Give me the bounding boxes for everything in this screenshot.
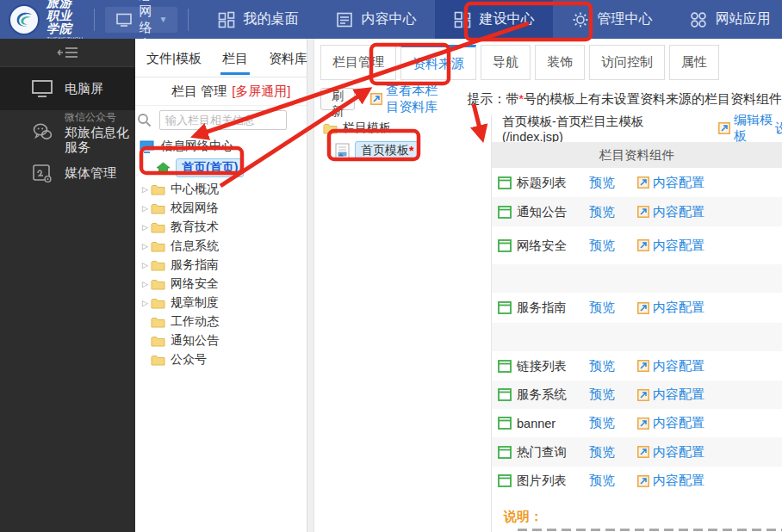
expand-arrow-icon[interactable]: ▷ [140,242,151,251]
folder-icon [151,297,165,310]
clipped-text-line [518,529,782,531]
expand-arrow-icon[interactable]: ▷ [140,185,151,194]
template-node-home[interactable]: 首页模板* [314,138,491,164]
tab-data-source[interactable]: 资料来源 [400,45,476,80]
tree-node-folder[interactable]: ▷服务指南 [135,256,307,275]
component-widget-icon [498,301,512,314]
preview-link[interactable]: 预览 [589,415,615,431]
tree-node-root[interactable]: 信息网络中心 [135,137,307,156]
tree-node-folder[interactable]: ▷网络安全 [135,275,307,294]
tab-column-manage[interactable]: 栏目管理 [320,45,396,80]
tab-access-control[interactable]: 访问控制 [589,45,665,80]
menu-item-content-center[interactable]: 内容中心 [317,0,435,39]
tree-node-folder[interactable]: ▷教育技术 [135,218,307,237]
component-name: 热门查询 [517,444,570,461]
required-star: * [409,144,413,158]
preview-link[interactable]: 预览 [589,444,615,461]
preview-link[interactable]: 预览 [589,473,615,489]
sidebar-item-pc-screen[interactable]: 电脑屏 [0,67,135,110]
clipped-edge-link[interactable]: 设 [775,121,782,137]
preview-link[interactable]: 预览 [589,238,615,254]
template-node-label: 首页模板 [361,143,409,158]
gear-icon [572,11,589,28]
site-select-dropdown[interactable]: 信息网络中心 ▼ [105,7,178,33]
tree-node-folder[interactable]: ▷规章制度 [135,294,307,312]
template-tree-root[interactable]: 栏目模板 [314,119,491,138]
view-library-link[interactable]: 查看本栏目资料库 [370,83,448,115]
content-config-link[interactable]: 内容配置 [637,444,704,461]
panel-divider[interactable] [307,39,314,532]
tree-node-folder[interactable]: 公众号 [135,350,307,369]
preview-link[interactable]: 预览 [589,175,615,191]
config-link-icon [637,360,649,372]
folder-icon [151,202,165,215]
menu-item-build-center[interactable]: 建设中心 [435,0,553,39]
tab-columns[interactable]: 栏目 [222,39,248,77]
tab-material-library[interactable]: 资料库 [269,39,307,77]
note-label: 说明： [504,509,782,525]
content-config-link[interactable]: 内容配置 [637,238,704,254]
sidebar-item-media-manage[interactable]: 媒体管理 [0,153,135,193]
data-source-content: 首页模板-首页栏目主模板(/index.jsp) 编辑模板 设 栏目资料组件 标… [491,114,782,532]
tree-node-label: 公众号 [171,352,207,368]
component-widget-icon [498,239,512,252]
content-config-link[interactable]: 内容配置 [637,358,704,374]
expand-arrow-icon[interactable]: ▷ [140,280,151,288]
component-widget-icon [498,474,512,487]
preview-link[interactable]: 预览 [589,204,615,220]
content-config-link[interactable]: 内容配置 [637,300,704,316]
column-search-input[interactable] [159,110,287,130]
folder-icon [151,335,165,348]
tab-decoration[interactable]: 装饰 [535,45,585,80]
expand-arrow-icon[interactable]: ▷ [140,261,151,269]
wechat-icon [31,121,53,143]
tree-node-folder[interactable]: ▷信息系统 [135,237,307,256]
component-row: 通知公告 预览 内容配置 [492,197,782,226]
edit-template-link[interactable]: 编辑模板 [718,114,782,142]
config-link-icon [637,446,649,458]
tree-node-home[interactable]: 首页(首页) [135,156,307,180]
sidebar-item-label: 媒体管理 [65,165,116,182]
tab-files-templates[interactable]: 文件|模板 [146,39,202,77]
component-row: banner 预览 内容配置 [492,409,782,437]
column-tree-panel: 文件|模板 栏目 资料库 栏目 管理 [多屏通用] 信息网络中心 [135,39,307,532]
tree-node-folder[interactable]: 工作动态 [135,312,307,331]
preview-link[interactable]: 预览 [589,300,615,316]
sidebar-collapse-button[interactable] [0,39,135,67]
component-row: 服务指南 预览 内容配置 [492,293,782,323]
config-link-icon [637,418,649,430]
content-lines-icon [336,11,353,28]
expand-arrow-icon[interactable]: ▷ [140,204,151,213]
preview-link[interactable]: 预览 [589,358,615,374]
home-icon [156,162,171,175]
tree-node-folder[interactable]: 通知公告 [135,331,307,350]
tree-node-folder[interactable]: ▷中心概况 [135,180,307,199]
top-menu: 我的桌面 内容中心 建设中心 [199,0,782,39]
refresh-button[interactable]: 刷新 [320,88,355,110]
content-config-link[interactable]: 内容配置 [637,175,704,191]
content-config-link[interactable]: 内容配置 [637,387,704,403]
screen-icon [31,77,53,100]
content-config-link[interactable]: 内容配置 [637,473,704,489]
edit-link-icon [718,122,730,134]
sidebar-item-wechat[interactable]: 微信公众号 郑旅信息化服务 [0,110,135,153]
tree-node-label: 栏目模板 [343,121,391,136]
menu-item-manage-center[interactable]: 管理中心 [553,0,671,39]
preview-link[interactable]: 预览 [589,387,615,403]
wechat-labels: 微信公众号 郑旅信息化服务 [65,110,135,154]
config-link-icon [637,389,649,401]
tab-properties[interactable]: 属性 [669,45,719,80]
content-config-link[interactable]: 内容配置 [637,204,704,220]
desktop-grid-icon [218,11,235,28]
tab-navigation[interactable]: 导航 [481,45,531,80]
expand-arrow-icon[interactable]: ▷ [140,299,151,307]
monitor-icon [115,11,133,28]
template-file-icon [335,143,350,159]
tree-node-folder[interactable]: ▷校园网络 [135,199,307,218]
expand-arrow-icon[interactable]: ▷ [140,223,151,232]
menu-item-desktop[interactable]: 我的桌面 [199,0,317,39]
tree-node-label: 中心概况 [171,182,219,197]
menu-item-site-apps[interactable]: 网站应用 [671,0,782,39]
menu-label: 网站应用 [715,10,770,28]
content-config-link[interactable]: 内容配置 [637,415,704,431]
